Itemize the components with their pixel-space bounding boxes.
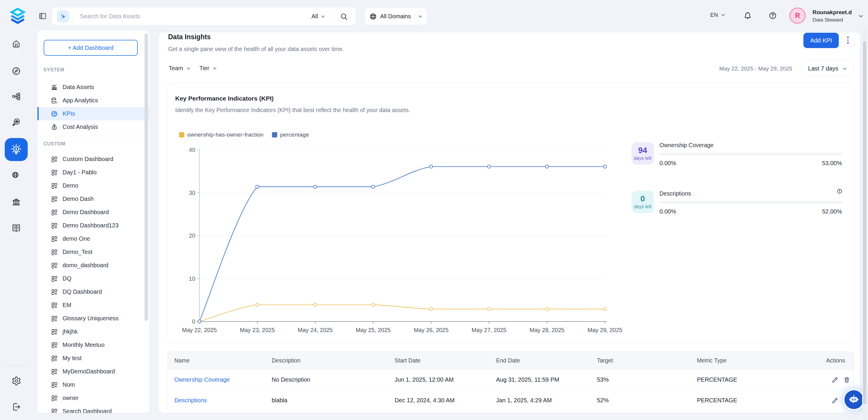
sidebar-item-label: domo_dashboard — [63, 262, 108, 269]
sidebar-section-custom: CUSTOM — [43, 141, 65, 147]
sidebar-item-label: demo One — [63, 235, 90, 242]
panel-toggle-icon[interactable] — [39, 12, 46, 20]
sidebar-item-label: MyDemoDashboard — [63, 368, 115, 375]
chatbot-button[interactable] — [844, 390, 863, 409]
sidebar-item-app-analytics[interactable]: App Analytics — [37, 94, 149, 107]
svg-text:May 27, 2025: May 27, 2025 — [472, 327, 506, 333]
sidebar-item-label: KPIs — [63, 110, 75, 117]
sidebar-item-label: Demo Dashboard123 — [63, 222, 119, 229]
kpi-name-link[interactable]: Ownership Coverage — [174, 369, 230, 390]
delete-icon[interactable] — [843, 369, 850, 390]
language-dropdown[interactable]: EN — [710, 12, 725, 18]
date-range-text: May 22, 2025 - May 29, 2025 — [719, 65, 792, 72]
magnifier-icon[interactable] — [340, 12, 348, 21]
sidebar-item-custom-dashboard[interactable]: Custom Dashboard — [37, 152, 149, 166]
user-menu-chevron-icon[interactable] — [858, 13, 864, 19]
sidebar-item-dq[interactable]: DQ — [37, 272, 149, 285]
help-icon[interactable] — [769, 11, 777, 20]
search-scope-dropdown[interactable]: All — [311, 13, 325, 20]
dashboard-add-icon — [51, 328, 58, 335]
dashboard-add-icon — [51, 182, 58, 189]
globe-icon — [369, 13, 377, 20]
tier-filter-dropdown[interactable]: Tier — [199, 65, 217, 72]
sidebar-item-label: Search Dashboard — [63, 408, 112, 413]
table-row: DescriptionsblablaDec 12, 2024, 4:30 AMJ… — [167, 390, 854, 410]
sidebar-item-label: Demo Dashboard — [63, 209, 109, 216]
ai-search-box[interactable] — [57, 10, 69, 22]
rail-item-flow-icon[interactable] — [11, 92, 21, 101]
sidebar-item-label: EM — [63, 302, 71, 308]
rail-item-compass-icon[interactable] — [11, 66, 21, 76]
search-input[interactable]: Search for Data Assets — [80, 13, 141, 20]
rail-item-globe-icon[interactable] — [11, 171, 21, 181]
sidebar-item-my-test[interactable]: My test — [37, 352, 149, 365]
chevron-down-icon — [320, 14, 325, 19]
team-filter-dropdown[interactable]: Team — [169, 65, 191, 72]
chevron-down-icon — [212, 66, 217, 71]
sidebar-item-domo-dashboard[interactable]: domo_dashboard — [37, 259, 149, 272]
edit-icon[interactable] — [831, 369, 838, 390]
cell-description: blabla — [272, 390, 287, 411]
edit-icon[interactable] — [831, 390, 838, 411]
sidebar-item-kpis[interactable]: KPIs — [37, 107, 149, 120]
sidebar-item-label: Data Assets — [63, 84, 94, 91]
rail-item-governance-icon[interactable] — [11, 197, 21, 207]
sidebar-item-search-dashboard[interactable]: Search Dashboard — [37, 404, 149, 413]
info-icon[interactable] — [837, 188, 842, 194]
rail-item-observe-icon[interactable] — [11, 117, 21, 127]
dashboard-add-icon — [51, 289, 58, 296]
rail-item-insights-icon[interactable] — [5, 138, 28, 161]
time-range-dropdown[interactable]: Last 7 days — [801, 60, 854, 77]
add-dashboard-button[interactable]: + Add Dashboard — [44, 40, 138, 56]
sidebar-item-demo[interactable]: Demo — [37, 179, 149, 192]
sidebar-item-data-assets[interactable]: Data Assets — [37, 81, 149, 94]
rail-item-home-icon[interactable] — [11, 39, 21, 49]
sidebar-item-dq-dashboard[interactable]: DQ Dashboard — [37, 285, 149, 299]
days-left-label: days left — [634, 156, 652, 161]
dashboard-add-icon — [51, 381, 58, 388]
sidebar-item-demo-dashboard123[interactable]: Demo Dashboard123 — [37, 219, 149, 232]
money-bag-icon — [51, 124, 58, 131]
dashboard-add-icon — [51, 315, 58, 322]
dashboard-add-icon — [51, 302, 58, 309]
sidebar-item-demo-test[interactable]: Demo_Test — [37, 245, 149, 259]
sidebar-item-mydemodashboard[interactable]: MyDemoDashboard — [37, 365, 149, 378]
page-scrollbar-thumb[interactable] — [863, 41, 866, 404]
kpi-name-link[interactable]: Descriptions — [174, 390, 207, 411]
sidebar-item-monthly-meetuo[interactable]: Monthly Meetuo — [37, 338, 149, 352]
sidebar-item-owner[interactable]: owner — [37, 391, 149, 404]
add-kpi-button[interactable]: Add KPI — [803, 33, 839, 48]
sidebar-item-jhkjhk[interactable]: jhkjhk — [37, 325, 149, 338]
sidebar-item-glossary-uniqueness[interactable]: Glossary Uniqueness — [37, 312, 149, 325]
sidebar-item-demo-dash[interactable]: Demo Dash — [37, 192, 149, 206]
sidebar-item-em[interactable]: EM — [37, 299, 149, 312]
kpi-progress-bar — [659, 153, 842, 155]
bell-icon[interactable] — [744, 11, 752, 20]
sidebar-item-day1-pablo[interactable]: Day1 - Pablo — [37, 166, 149, 179]
app-logo-icon[interactable] — [9, 7, 27, 25]
cell-description: No Description — [272, 369, 310, 390]
sidebar-scrollbar[interactable] — [145, 33, 148, 321]
kpi-summary-name: Ownership Coverage — [659, 142, 713, 149]
sidebar-item-demo-dashboard[interactable]: Demo Dashboard — [37, 206, 149, 219]
search-scope-value: All — [311, 13, 318, 20]
sidebar-item-cost-analysis[interactable]: Cost Analysis — [37, 120, 149, 133]
kpi-min-value: 0.00% — [659, 160, 676, 167]
cell-metric_type: PERCENTAGE — [697, 369, 737, 390]
kpi-min-value: 0.00% — [659, 208, 676, 215]
dashboard-add-icon — [51, 368, 58, 375]
rail-item-settings-icon[interactable] — [11, 376, 21, 386]
rail-divider — [4, 365, 27, 366]
rail-item-logout-icon[interactable] — [11, 402, 21, 412]
sidebar-item-label: Cost Analysis — [63, 124, 98, 130]
cell-metric_type: PERCENTAGE — [697, 390, 737, 411]
sidebar-item-demo-one[interactable]: demo One — [37, 232, 149, 245]
all-domains-dropdown[interactable]: All Domains — [365, 8, 427, 25]
user-avatar[interactable]: R — [789, 8, 805, 24]
more-options-button[interactable] — [842, 33, 854, 48]
global-search-bar[interactable]: Search for Data Assets All — [52, 7, 356, 25]
sidebar-item-nom[interactable]: Nom — [37, 378, 149, 391]
dashboard-add-icon — [51, 395, 58, 402]
rail-item-docs-icon[interactable] — [11, 223, 21, 233]
chevron-down-icon — [186, 66, 191, 71]
